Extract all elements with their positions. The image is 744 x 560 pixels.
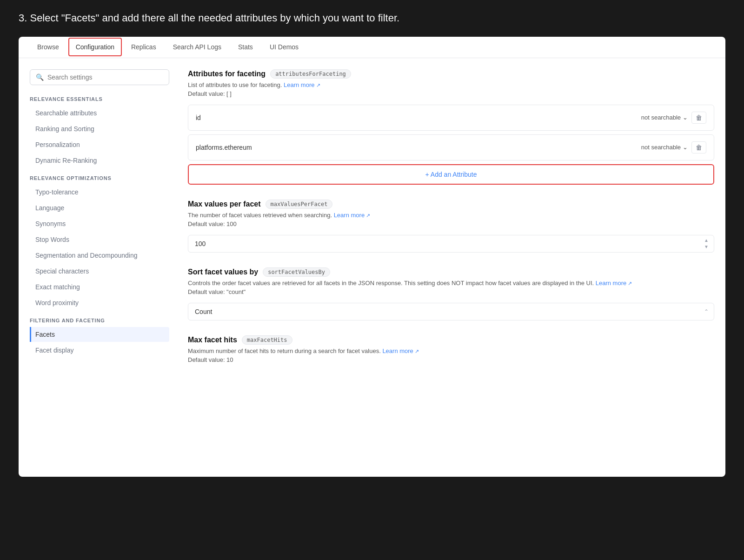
sidebar-item-personalization[interactable]: Personalization [30,137,169,152]
sort-facet-values-by-title: Sort facet values by [188,268,258,276]
sidebar-item-exact-matching[interactable]: Exact matching [30,280,169,294]
tab-search-api-logs[interactable]: Search API Logs [166,37,229,58]
attribute-row-platforms-ethereum: platforms.ethereum not searchable ⌄ 🗑 [188,134,714,160]
search-icon: 🔍 [36,73,44,81]
max-values-per-facet-input[interactable] [188,235,714,253]
tab-configuration[interactable]: Configuration [68,38,122,56]
searchable-dropdown-id[interactable]: not searchable ⌄ [641,114,688,121]
sidebar-item-facet-display[interactable]: Facet display [30,343,169,358]
sidebar-item-dynamic-re-ranking[interactable]: Dynamic Re-Ranking [30,153,169,168]
main-card: Browse Configuration Replicas Search API… [19,37,725,477]
sidebar-section-label-relevance-essentials: RELEVANCE ESSENTIALS [30,96,169,102]
attribute-controls-platforms-ethereum: not searchable ⌄ 🗑 [641,141,706,153]
max-values-per-facet-desc: The number of facet values retrieved whe… [188,212,714,219]
spinner-up-button[interactable]: ▲ [702,238,711,243]
delete-button-platforms-ethereum[interactable]: 🗑 [691,141,706,153]
tab-replicas[interactable]: Replicas [124,37,164,58]
max-facet-hits-desc: Maximum number of facet hits to return d… [188,347,714,354]
sidebar-item-searchable-attributes[interactable]: Searchable attributes [30,106,169,120]
number-spinners: ▲ ▼ [702,238,711,250]
attribute-name-id: id [196,114,641,121]
max-values-per-facet-header: Max values per facet maxValuesPerFacet [188,200,714,209]
search-box[interactable]: 🔍 [30,69,169,85]
sidebar-section-filtering-and-faceting: FILTERING AND FACETING Facets Facet disp… [30,318,169,358]
attributes-for-faceting-desc: List of attributes to use for faceting. … [188,81,714,88]
sort-facet-values-by-header: Sort facet values by sortFacetValuesBy [188,267,714,277]
content-area: 🔍 RELEVANCE ESSENTIALS Searchable attrib… [19,58,725,477]
attributes-for-faceting-section: Attributes for faceting attributesForFac… [188,69,714,185]
max-values-per-facet-input-wrapper: ▲ ▼ [188,235,714,253]
attribute-name-platforms-ethereum: platforms.ethereum [196,144,641,151]
sidebar-item-special-characters[interactable]: Special characters [30,264,169,279]
max-values-per-facet-badge: maxValuesPerFacet [266,200,333,209]
max-values-per-facet-title: Max values per facet [188,200,261,208]
max-values-per-facet-section: Max values per facet maxValuesPerFacet T… [188,200,714,253]
max-facet-hits-learn-more[interactable]: Learn more [382,347,419,354]
sidebar-section-label-relevance-optimizations: RELEVANCE OPTIMIZATIONS [30,175,169,181]
attributes-for-faceting-title: Attributes for faceting [188,70,266,78]
attributes-for-faceting-badge: attributesForFaceting [270,69,351,79]
spinner-down-button[interactable]: ▼ [702,244,711,250]
sidebar-item-synonyms[interactable]: Synonyms [30,216,169,231]
attribute-row-id: id not searchable ⌄ 🗑 [188,105,714,131]
sort-facet-values-by-desc: Controls the order facet values are retr… [188,280,714,287]
sort-facet-values-by-badge: sortFacetValuesBy [263,267,330,277]
max-facet-hits-title: Max facet hits [188,336,237,344]
sort-facet-values-by-select-wrapper: Count Alpha ⌃ [188,303,714,320]
sidebar-item-typo-tolerance[interactable]: Typo-tolerance [30,185,169,200]
add-attribute-button[interactable]: + Add an Attribute [425,171,477,178]
tab-ui-demos[interactable]: UI Demos [262,37,306,58]
attribute-controls-id: not searchable ⌄ 🗑 [641,112,706,124]
tabs-bar: Browse Configuration Replicas Search API… [19,37,725,58]
sidebar-section-relevance-essentials: RELEVANCE ESSENTIALS Searchable attribut… [30,96,169,168]
sidebar-item-ranking-and-sorting[interactable]: Ranking and Sorting [30,121,169,136]
sort-facet-values-by-section: Sort facet values by sortFacetValuesBy C… [188,267,714,320]
sidebar-item-language[interactable]: Language [30,200,169,215]
sidebar-section-relevance-optimizations: RELEVANCE OPTIMIZATIONS Typo-tolerance L… [30,175,169,310]
attributes-for-faceting-default: Default value: [ ] [188,90,714,97]
chevron-down-icon-platforms-ethereum: ⌄ [683,144,688,151]
sort-facet-values-by-select[interactable]: Count Alpha [188,303,714,320]
sort-facet-values-by-learn-more[interactable]: Learn more [596,280,632,287]
chevron-down-icon-id: ⌄ [683,114,688,121]
max-facet-hits-header: Max facet hits maxFacetHits [188,335,714,345]
sidebar-section-label-filtering-and-faceting: FILTERING AND FACETING [30,318,169,323]
sidebar: 🔍 RELEVANCE ESSENTIALS Searchable attrib… [30,69,169,466]
sidebar-item-word-proximity[interactable]: Word proximity [30,295,169,310]
searchable-label-platforms-ethereum: not searchable [641,144,681,151]
max-facet-hits-section: Max facet hits maxFacetHits Maximum numb… [188,335,714,363]
add-attribute-row[interactable]: + Add an Attribute [188,164,714,185]
max-facet-hits-default: Default value: 10 [188,356,714,363]
sidebar-item-segmentation[interactable]: Segmentation and Decompounding [30,248,169,263]
max-values-per-facet-learn-more[interactable]: Learn more [334,212,371,219]
tab-stats[interactable]: Stats [231,37,260,58]
delete-button-id[interactable]: 🗑 [691,112,706,124]
main-content: Attributes for faceting attributesForFac… [180,69,714,466]
sidebar-item-facets[interactable]: Facets [30,327,169,342]
instruction-text: 3. Select "Facets" and add there all the… [19,11,725,26]
searchable-label-id: not searchable [641,114,681,121]
attributes-for-faceting-learn-more[interactable]: Learn more [284,81,320,88]
tab-browse[interactable]: Browse [30,37,66,58]
max-values-per-facet-default: Default value: 100 [188,220,714,227]
sidebar-item-stop-words[interactable]: Stop Words [30,232,169,247]
search-input[interactable] [47,73,163,81]
searchable-dropdown-platforms-ethereum[interactable]: not searchable ⌄ [641,144,688,151]
max-facet-hits-badge: maxFacetHits [242,335,292,345]
sort-facet-values-by-default: Default value: "count" [188,288,714,295]
attributes-for-faceting-header: Attributes for faceting attributesForFac… [188,69,714,79]
